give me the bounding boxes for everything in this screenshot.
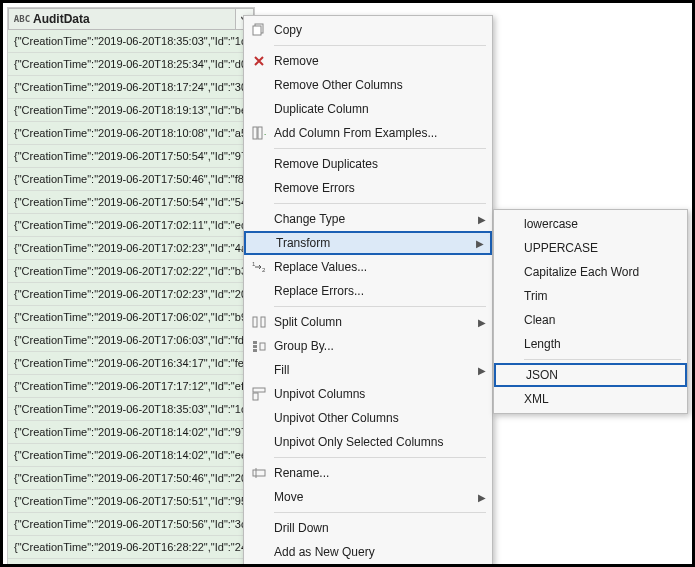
menu-replace-values[interactable]: 12 Replace Values... — [244, 255, 492, 279]
data-cell[interactable]: {"CreationTime":"2019-06-20T17:06:03","I… — [8, 329, 254, 352]
menu-label: UPPERCASE — [524, 241, 598, 255]
data-cell[interactable]: {"CreationTime":"2019-06-20T16:34:17","I… — [8, 352, 254, 375]
data-cell[interactable]: {"CreationTime":"2019-06-20T18:14:02","I… — [8, 421, 254, 444]
column-header[interactable]: ABC AuditData — [8, 8, 254, 30]
submenu-clean[interactable]: Clean — [494, 308, 687, 332]
menu-label: Remove Other Columns — [274, 78, 403, 92]
chevron-right-icon: ▶ — [478, 214, 486, 225]
svg-text:1: 1 — [252, 261, 256, 267]
submenu-json[interactable]: JSON — [494, 363, 687, 387]
data-cell[interactable]: {"CreationTime":"2019-06-20T18:17:24","I… — [8, 76, 254, 99]
data-cell[interactable]: {"CreationTime":"2019-06-20T17:02:11","I… — [8, 214, 254, 237]
menu-label: Fill — [274, 363, 289, 377]
chevron-right-icon: ▶ — [476, 238, 484, 249]
menu-label: Length — [524, 337, 561, 351]
menu-replace-errors[interactable]: Replace Errors... — [244, 279, 492, 303]
data-cell[interactable]: {"CreationTime":"2019-06-20T17:50:54","I… — [8, 191, 254, 214]
data-cell[interactable]: {"CreationTime":"2019-06-20T17:02:22","I… — [8, 260, 254, 283]
menu-unpivot-other[interactable]: Unpivot Other Columns — [244, 406, 492, 430]
data-cell[interactable]: {"CreationTime":"2019-06-20T17:50:46","I… — [8, 559, 254, 567]
transform-submenu: lowercase UPPERCASE Capitalize Each Word… — [493, 209, 688, 414]
menu-transform[interactable]: Transform▶ — [244, 231, 492, 255]
svg-rect-1 — [253, 26, 261, 35]
data-cell[interactable]: {"CreationTime":"2019-06-20T17:50:54","I… — [8, 145, 254, 168]
menu-label: Replace Errors... — [274, 284, 364, 298]
menu-label: Trim — [524, 289, 548, 303]
separator — [274, 45, 486, 46]
submenu-lowercase[interactable]: lowercase — [494, 212, 687, 236]
svg-rect-8 — [261, 317, 265, 327]
chevron-right-icon: ▶ — [478, 317, 486, 328]
remove-icon — [250, 52, 268, 70]
data-cell[interactable]: {"CreationTime":"2019-06-20T17:50:46","I… — [8, 467, 254, 490]
menu-add-new-query[interactable]: Add as New Query — [244, 540, 492, 564]
menu-rename[interactable]: Rename... — [244, 461, 492, 485]
svg-rect-11 — [253, 349, 257, 352]
menu-label: JSON — [526, 368, 558, 382]
separator — [274, 203, 486, 204]
separator — [274, 512, 486, 513]
svg-rect-13 — [253, 388, 265, 392]
menu-copy[interactable]: Copy — [244, 18, 492, 42]
chevron-right-icon: ▶ — [478, 492, 486, 503]
column-context-menu: Copy Remove Remove Other Columns Duplica… — [243, 15, 493, 567]
data-cell[interactable]: {"CreationTime":"2019-06-20T17:50:46","I… — [8, 168, 254, 191]
menu-remove-duplicates[interactable]: Remove Duplicates — [244, 152, 492, 176]
menu-remove-errors[interactable]: Remove Errors — [244, 176, 492, 200]
svg-text:+: + — [264, 130, 266, 139]
menu-unpivot-selected[interactable]: Unpivot Only Selected Columns — [244, 430, 492, 454]
data-cell[interactable]: {"CreationTime":"2019-06-20T16:28:22","I… — [8, 536, 254, 559]
data-cell[interactable]: {"CreationTime":"2019-06-20T17:17:12","I… — [8, 375, 254, 398]
app-frame: ABC AuditData {"CreationTime":"2019-06-2… — [0, 0, 695, 567]
rename-icon — [250, 464, 268, 482]
data-cell[interactable]: {"CreationTime":"2019-06-20T18:10:08","I… — [8, 122, 254, 145]
menu-duplicate[interactable]: Duplicate Column — [244, 97, 492, 121]
data-cell[interactable]: {"CreationTime":"2019-06-20T18:19:13","I… — [8, 99, 254, 122]
menu-label: Remove Errors — [274, 181, 355, 195]
submenu-xml[interactable]: XML — [494, 387, 687, 411]
unpivot-icon — [250, 385, 268, 403]
data-cell[interactable]: {"CreationTime":"2019-06-20T18:35:03","I… — [8, 30, 254, 53]
menu-drill-down[interactable]: Drill Down — [244, 516, 492, 540]
menu-remove[interactable]: Remove — [244, 49, 492, 73]
menu-move[interactable]: Move▶ — [244, 485, 492, 509]
menu-label: Split Column — [274, 315, 342, 329]
menu-label: Change Type — [274, 212, 345, 226]
submenu-uppercase[interactable]: UPPERCASE — [494, 236, 687, 260]
submenu-length[interactable]: Length — [494, 332, 687, 356]
menu-fill[interactable]: Fill▶ — [244, 358, 492, 382]
submenu-trim[interactable]: Trim — [494, 284, 687, 308]
submenu-capitalize[interactable]: Capitalize Each Word — [494, 260, 687, 284]
svg-rect-14 — [253, 393, 258, 400]
data-cell[interactable]: {"CreationTime":"2019-06-20T17:02:23","I… — [8, 237, 254, 260]
menu-label: Replace Values... — [274, 260, 367, 274]
data-cell[interactable]: {"CreationTime":"2019-06-20T18:35:03","I… — [8, 398, 254, 421]
menu-label: Unpivot Columns — [274, 387, 365, 401]
menu-label: Add Column From Examples... — [274, 126, 437, 140]
separator — [274, 306, 486, 307]
svg-rect-10 — [253, 345, 257, 348]
svg-text:2: 2 — [262, 267, 266, 273]
menu-add-from-examples[interactable]: + Add Column From Examples... — [244, 121, 492, 145]
data-cell[interactable]: {"CreationTime":"2019-06-20T17:50:51","I… — [8, 490, 254, 513]
data-cell[interactable]: {"CreationTime":"2019-06-20T17:02:23","I… — [8, 283, 254, 306]
menu-unpivot[interactable]: Unpivot Columns — [244, 382, 492, 406]
svg-rect-3 — [258, 127, 262, 139]
text-type-icon: ABC — [13, 15, 31, 24]
data-cell[interactable]: {"CreationTime":"2019-06-20T18:25:34","I… — [8, 53, 254, 76]
separator — [274, 457, 486, 458]
menu-group-by[interactable]: Group By... — [244, 334, 492, 358]
menu-label: Remove — [274, 54, 319, 68]
data-cell[interactable]: {"CreationTime":"2019-06-20T17:06:02","I… — [8, 306, 254, 329]
data-cell[interactable]: {"CreationTime":"2019-06-20T17:50:56","I… — [8, 513, 254, 536]
menu-split-column[interactable]: Split Column▶ — [244, 310, 492, 334]
data-column: ABC AuditData {"CreationTime":"2019-06-2… — [7, 7, 255, 567]
menu-change-type[interactable]: Change Type▶ — [244, 207, 492, 231]
data-cell[interactable]: {"CreationTime":"2019-06-20T18:14:02","I… — [8, 444, 254, 467]
menu-label: Duplicate Column — [274, 102, 369, 116]
svg-rect-2 — [253, 127, 257, 139]
menu-label: Copy — [274, 23, 302, 37]
menu-label: Drill Down — [274, 521, 329, 535]
menu-remove-other[interactable]: Remove Other Columns — [244, 73, 492, 97]
menu-label: Remove Duplicates — [274, 157, 378, 171]
